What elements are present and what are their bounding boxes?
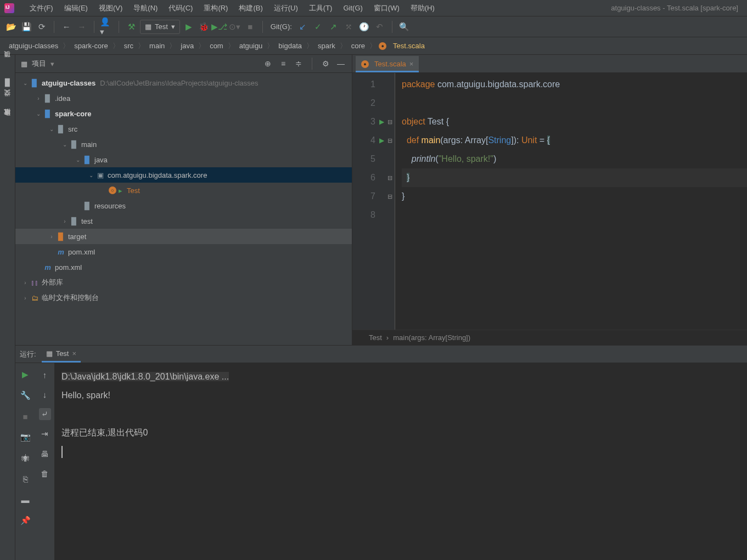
dropdown-icon: ▾ — [171, 22, 175, 31]
menu-edit[interactable]: 编辑(E) — [59, 1, 93, 15]
gear-icon[interactable]: ⚙ — [320, 59, 331, 68]
layout-icon[interactable]: ▬ — [19, 494, 31, 506]
tree-pom1[interactable]: mpom.xml — [15, 244, 352, 259]
print-icon[interactable]: 🖶 — [39, 448, 51, 460]
gutter-project[interactable]: 项目 — [2, 59, 13, 66]
code-area[interactable]: package com.atguigu.bigdata.spark.core o… — [395, 73, 747, 330]
git-push-icon[interactable]: ↗ — [327, 20, 340, 33]
wrench-icon[interactable]: 🔧 — [19, 389, 31, 401]
camera-icon[interactable]: 📷 — [19, 431, 31, 443]
run-tab-test[interactable]: ▦ Test × — [42, 346, 81, 363]
menu-view[interactable]: 视图(V) — [93, 1, 128, 15]
fold-icon[interactable]: ⊟ — [385, 131, 395, 150]
project-tree[interactable]: ⌄▉ atguigu-classes D:\allCode\JetBrains\… — [15, 73, 352, 345]
editor-tab-test[interactable]: ● Test.scala × — [356, 56, 419, 72]
fold-icon[interactable]: ⊟ — [385, 112, 395, 131]
stop-icon[interactable]: ■ — [244, 20, 257, 33]
tree-root[interactable]: ⌄▉ atguigu-classes D:\allCode\JetBrains\… — [15, 75, 352, 90]
expand-icon[interactable]: ≡ — [278, 59, 289, 68]
gutter-pull[interactable]: 拉取请求 — [2, 117, 13, 124]
collapse-icon[interactable]: ≑ — [293, 59, 304, 68]
hammer-icon[interactable]: ⚒ — [125, 20, 138, 33]
bc-10[interactable]: Test.scala — [391, 41, 427, 51]
profile-icon[interactable]: ⊙▾ — [228, 20, 241, 33]
fold-end-icon[interactable]: ⊟ — [385, 168, 395, 187]
tree-resources[interactable]: ▉resources — [15, 198, 352, 213]
gutter-commit[interactable]: 提交 — [2, 99, 13, 105]
trash-icon[interactable]: 🗑 — [39, 467, 51, 479]
avatar-icon[interactable]: 👤▾ — [100, 20, 113, 33]
git-commit-icon[interactable]: ✓ — [312, 20, 325, 33]
menu-tools[interactable]: 工具(T) — [304, 1, 338, 15]
tree-java[interactable]: ⌄▉java — [15, 152, 352, 167]
tree-target[interactable]: ›▉target — [15, 229, 352, 244]
bc-4[interactable]: java — [178, 41, 196, 51]
scala-file-icon: ● — [361, 60, 369, 68]
up-icon[interactable]: ↑ — [39, 369, 51, 381]
history-icon[interactable]: 🕐 — [358, 20, 371, 33]
save-icon[interactable]: 💾 — [20, 20, 33, 33]
chevron-down-icon[interactable]: ▾ — [50, 60, 54, 68]
console-output[interactable]: D:\Java\jdk1.8\jdk1.8.0_201\bin\java.exe… — [55, 363, 747, 560]
forward-icon[interactable]: → — [75, 20, 88, 33]
bc-5[interactable]: com — [207, 41, 226, 51]
scroll-icon[interactable]: ⇥ — [39, 428, 51, 440]
run-icon[interactable]: ▶ — [182, 20, 195, 33]
close-icon[interactable]: × — [72, 349, 76, 358]
menu-help[interactable]: 帮助(H) — [405, 1, 440, 15]
debug-icon[interactable]: 🕷 — [19, 452, 31, 464]
locate-icon[interactable]: ⊕ — [262, 59, 273, 68]
menu-refactor[interactable]: 重构(R) — [198, 1, 233, 15]
run-config-selector[interactable]: ▦ Test ▾ — [140, 20, 180, 34]
refresh-icon[interactable]: ⟳ — [35, 20, 48, 33]
tree-main[interactable]: ⌄▉main — [15, 137, 352, 152]
wrap-icon[interactable]: ⤶ — [39, 408, 51, 420]
tree-idea[interactable]: ›▉.idea — [15, 90, 352, 106]
bc-2[interactable]: src — [122, 41, 136, 51]
tree-src[interactable]: ⌄▉src — [15, 121, 352, 137]
tree-package[interactable]: ⌄▣com.atguigu.bigdata.spark.core — [15, 167, 352, 183]
run-gutter-icon[interactable]: ▶ — [379, 112, 384, 131]
bc-7[interactable]: bigdata — [276, 41, 304, 51]
debug-icon[interactable]: 🐞 — [198, 20, 211, 33]
code-editor[interactable]: 1 2 ▶3 ▶4 5 6 7 8 ⊟ ⊟ ⊟ — [352, 73, 747, 330]
down-icon[interactable]: ↓ — [39, 388, 51, 400]
hide-icon[interactable]: — — [335, 59, 346, 68]
fold-end-icon[interactable]: ⊟ — [385, 187, 395, 206]
tree-pom2[interactable]: mpom.xml — [15, 259, 352, 275]
bc-9[interactable]: core — [349, 41, 367, 51]
tree-scratch[interactable]: ›🗂临时文件和控制台 — [15, 290, 352, 306]
menu-code[interactable]: 代码(C) — [163, 1, 198, 15]
bc-6[interactable]: atguigu — [237, 41, 265, 51]
rollback-icon[interactable]: ↶ — [373, 20, 386, 33]
bc-3[interactable]: main — [147, 41, 167, 51]
bc-1[interactable]: spark-core — [72, 41, 110, 51]
menu-window[interactable]: 窗口(W) — [368, 1, 405, 15]
menu-file[interactable]: 文件(F) — [24, 1, 59, 15]
menu-run[interactable]: 运行(U) — [268, 1, 304, 15]
tree-ext-lib[interactable]: ›⫿⫿外部库 — [15, 275, 352, 290]
git-pull-icon[interactable]: ↙ — [296, 20, 310, 33]
tree-test-dir[interactable]: ›▉test — [15, 213, 352, 229]
folder-icon[interactable]: ▉ — [3, 78, 12, 87]
menu-git[interactable]: Git(G) — [338, 2, 368, 14]
coverage-icon[interactable]: ▶⎇ — [213, 20, 226, 33]
stop-icon[interactable]: ■ — [19, 410, 31, 422]
search-icon[interactable]: 🔍 — [398, 20, 411, 33]
menu-navigate[interactable]: 导航(N) — [128, 1, 163, 15]
close-tab-icon[interactable]: × — [409, 60, 414, 68]
pin-icon[interactable]: 📌 — [19, 514, 31, 527]
open-icon[interactable]: 📂 — [4, 20, 18, 33]
rerun-icon[interactable]: ▶ — [19, 369, 31, 381]
git-branch-icon[interactable]: ⤱ — [342, 20, 356, 33]
exit-icon[interactable]: ⎘ — [19, 473, 31, 485]
ed-crumb-1[interactable]: Test — [369, 333, 382, 342]
run-gutter-icon[interactable]: ▶ — [379, 131, 384, 150]
bc-0[interactable]: atguigu-classes — [7, 41, 60, 51]
back-icon[interactable]: ← — [60, 20, 73, 33]
menu-build[interactable]: 构建(B) — [233, 1, 268, 15]
tree-test-file[interactable]: ○ ▸ Test — [15, 183, 352, 198]
ed-crumb-2[interactable]: main(args: Array[String]) — [393, 333, 470, 342]
bc-8[interactable]: spark — [316, 41, 338, 51]
tree-sparkcore[interactable]: ⌄▉spark-core — [15, 106, 352, 121]
